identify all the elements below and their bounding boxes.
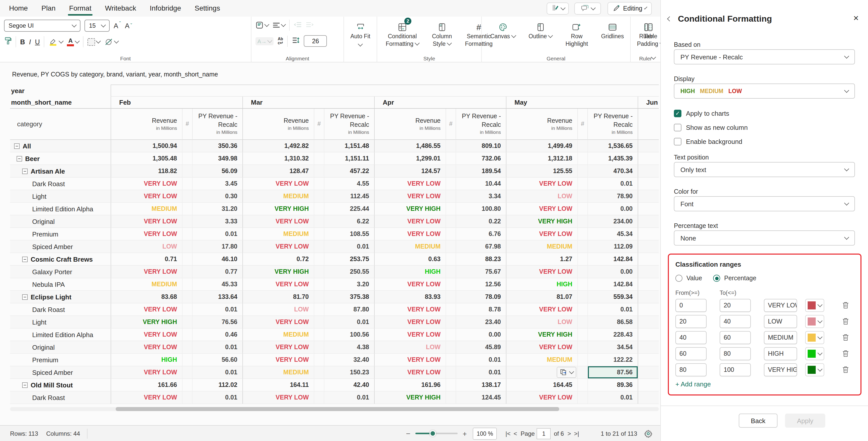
cell[interactable]: 4.38 (324, 341, 374, 354)
cell[interactable]: 0.71 (111, 253, 182, 266)
cell[interactable]: 56.09 (192, 165, 242, 178)
cell[interactable]: MEDIUM (242, 328, 314, 341)
decrease-font-size-button[interactable]: Aˇ (125, 22, 132, 29)
cell[interactable]: 45.34 (587, 228, 638, 240)
cell[interactable]: VERY LOW (111, 266, 182, 278)
color-for-dropdown[interactable]: Font (674, 196, 855, 211)
outline-button[interactable]: Outline (524, 20, 557, 40)
range-from-input[interactable]: 0 (675, 299, 707, 312)
cell[interactable]: 46.10 (192, 253, 242, 266)
range-label-input[interactable]: HIGH (764, 347, 797, 360)
cell[interactable]: 559.34 (587, 291, 638, 303)
cell[interactable]: MEDIUM (374, 240, 445, 253)
cell[interactable]: VERY LOW (242, 215, 314, 228)
cell[interactable]: VERY LOW (374, 303, 445, 316)
row-label[interactable]: Original (10, 215, 111, 228)
cell[interactable]: VERY LOW (242, 240, 314, 253)
vertical-align-button[interactable] (255, 21, 269, 29)
delete-range-icon[interactable] (842, 301, 849, 311)
cell[interactable]: 0.01 (587, 391, 638, 404)
cell[interactable]: VERY LOW (374, 215, 445, 228)
clear-formatting-button[interactable] (104, 38, 118, 46)
menu-item-infobridge[interactable]: Infobridge (150, 0, 181, 17)
range-label-input[interactable]: MEDIUM (764, 331, 797, 344)
range-from-input[interactable]: 80 (675, 363, 707, 376)
cell[interactable]: VERY LOW (506, 303, 577, 316)
cell[interactable]: 0.00 (456, 328, 506, 341)
format-painter-button[interactable] (4, 37, 11, 47)
cell[interactable]: HIGH (506, 278, 577, 291)
cell[interactable]: 128.47 (242, 165, 314, 178)
cell[interactable]: VERY LOW (111, 366, 182, 379)
cell[interactable]: 1,492.82 (242, 140, 314, 152)
menu-item-writeback[interactable]: Writeback (105, 0, 136, 17)
checkbox-enable-background[interactable]: Enable background (674, 138, 742, 145)
cell[interactable]: VERY LOW (242, 178, 314, 190)
cell[interactable]: VERY LOW (242, 341, 314, 354)
cell[interactable]: 809.10 (456, 140, 506, 152)
column-style-button[interactable]: ColumnStyle (428, 20, 456, 48)
percentage-text-dropdown[interactable]: None (674, 230, 855, 245)
cell[interactable]: VERY HIGH (111, 316, 182, 328)
cell[interactable]: 1,486.55 (374, 140, 445, 152)
row-highlight-button[interactable]: RowHighlight (561, 20, 593, 48)
cell[interactable]: 142.84 (587, 278, 638, 291)
revenue-column-header[interactable]: Revenuein Millions (242, 109, 314, 140)
cell[interactable]: VERY LOW (111, 303, 182, 316)
cell[interactable]: 32.40 (324, 354, 374, 366)
add-range-link[interactable]: + Add range (675, 380, 711, 388)
highlight-color-button[interactable] (49, 38, 63, 46)
month-header-mar[interactable]: Mar (242, 97, 374, 109)
cell[interactable]: VERY LOW (242, 354, 314, 366)
cell[interactable]: 133.64 (192, 291, 242, 303)
cell[interactable]: 0.77 (192, 266, 242, 278)
cell[interactable]: 89.36 (587, 379, 638, 391)
revenue-column-header[interactable]: Revenuein Millions (374, 109, 445, 140)
cell[interactable]: VERY LOW (506, 228, 577, 240)
cell[interactable]: 1,536.65 (587, 140, 638, 152)
cell[interactable]: 0.63 (374, 253, 445, 266)
cell[interactable]: 87.80 (324, 303, 374, 316)
cell[interactable]: 138.17 (456, 379, 506, 391)
zoom-out-button[interactable]: − (406, 429, 410, 438)
cell[interactable]: 3.20 (324, 278, 374, 291)
cell[interactable]: LOW (506, 316, 577, 328)
py-revenue-column-header[interactable]: PY Revenue -Recalcin Millions (456, 109, 506, 140)
cell[interactable]: 3.34 (456, 190, 506, 203)
collapse-row-icon[interactable] (14, 143, 20, 149)
cell[interactable]: MEDIUM (242, 228, 314, 240)
range-color-dropdown[interactable] (805, 299, 824, 312)
cell[interactable]: MEDIUM (506, 240, 577, 253)
cell[interactable]: 0.01 (324, 240, 374, 253)
cell[interactable]: 83.68 (111, 291, 182, 303)
horizontal-align-button[interactable] (273, 22, 285, 28)
cell[interactable]: 1,310.32 (242, 152, 314, 165)
cell[interactable]: 0.01 (324, 391, 374, 404)
range-color-dropdown[interactable] (805, 315, 824, 328)
delete-range-icon[interactable] (842, 350, 849, 359)
delete-range-icon[interactable] (842, 366, 849, 375)
cell[interactable]: 81.07 (506, 291, 577, 303)
month-header-apr[interactable]: Apr (374, 97, 506, 109)
next-page-button[interactable]: > (567, 430, 571, 437)
row-height-input[interactable]: 26 (304, 35, 327, 47)
cell[interactable]: VERY LOW (506, 391, 577, 404)
range-color-dropdown[interactable] (805, 347, 824, 360)
month-header-feb[interactable]: Feb (111, 97, 242, 109)
cell[interactable]: 31.20 (192, 203, 242, 215)
cell[interactable]: 470.34 (587, 165, 638, 178)
range-color-dropdown[interactable] (805, 363, 824, 376)
menu-item-settings[interactable]: Settings (195, 0, 220, 17)
cell[interactable]: MEDIUM (242, 190, 314, 203)
revenue-column-header[interactable]: Revenuein Millions (111, 109, 182, 140)
horizontal-scrollbar-thumb[interactable] (116, 407, 559, 411)
text-position-dropdown[interactable]: Only text (674, 162, 855, 177)
py-revenue-column-header[interactable]: PY Revenue -Recalcin Millions (587, 109, 638, 140)
cell[interactable]: 67.98 (456, 240, 506, 253)
wrap-text-button[interactable]: Abc↵ (278, 37, 283, 45)
prev-page-button[interactable]: < (514, 430, 517, 437)
cell[interactable]: 234.00 (587, 215, 638, 228)
cell[interactable]: VERY LOW (506, 203, 577, 215)
cell[interactable]: MEDIUM (242, 366, 314, 379)
font-name-select[interactable]: Segoe UI (4, 20, 81, 32)
